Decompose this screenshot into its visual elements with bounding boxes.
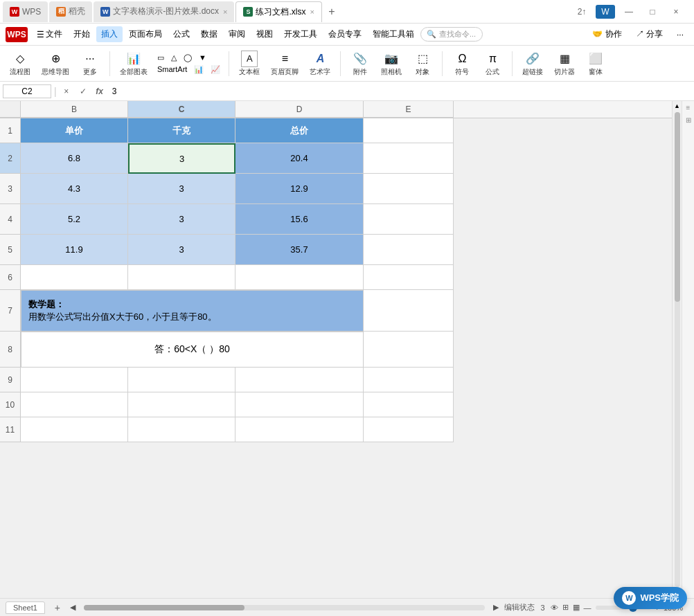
- symbol-tool[interactable]: Ω 符号: [448, 48, 476, 79]
- menu-smart[interactable]: 智能工具箱: [368, 26, 419, 42]
- cell-d2[interactable]: 20.4: [235, 143, 364, 174]
- window-w-btn[interactable]: W: [596, 5, 615, 19]
- view-table-icon[interactable]: ▦: [573, 603, 580, 612]
- cell-b5[interactable]: 11.9: [21, 235, 128, 265]
- cell-e4[interactable]: [364, 204, 454, 235]
- view-normal-icon[interactable]: 👁: [551, 604, 558, 612]
- shape-more[interactable]: ▼: [196, 53, 209, 62]
- flowchart-tool[interactable]: ◇ 流程图: [6, 48, 35, 79]
- cell-c2-selected[interactable]: 3: [128, 143, 235, 174]
- menu-developer[interactable]: 开发工具: [279, 26, 322, 42]
- menu-layout[interactable]: 页面布局: [124, 26, 167, 42]
- cell-b1[interactable]: 单价: [21, 118, 128, 143]
- cell-e10[interactable]: [364, 392, 454, 417]
- col-header-c[interactable]: C: [128, 101, 235, 118]
- object-tool[interactable]: ⬚ 对象: [409, 48, 436, 79]
- menu-insert[interactable]: 插入: [96, 26, 123, 42]
- cell-e5[interactable]: [364, 235, 454, 265]
- line-chart-btn[interactable]: 📈: [208, 64, 223, 75]
- cell-e2[interactable]: [364, 143, 454, 174]
- view-grid-icon[interactable]: ⊞: [562, 603, 569, 612]
- cell-e3[interactable]: [364, 174, 454, 204]
- cancel-formula-icon[interactable]: ×: [60, 87, 73, 96]
- cell-b4[interactable]: 5.2: [21, 204, 128, 235]
- cell-b6[interactable]: [21, 265, 128, 290]
- scroll-up[interactable]: ▲: [673, 101, 682, 111]
- cell-c1[interactable]: 千克: [128, 118, 235, 143]
- cell-c6[interactable]: [128, 265, 235, 290]
- col-header-b[interactable]: B: [21, 101, 128, 118]
- shape-circle[interactable]: ◯: [181, 53, 195, 63]
- cell-b9[interactable]: [21, 368, 128, 392]
- formula-tool[interactable]: π 公式: [479, 48, 506, 79]
- sheet-tab-1[interactable]: Sheet1: [6, 601, 45, 614]
- menu-cooperate[interactable]: 🤝 协作: [587, 26, 626, 42]
- menu-data[interactable]: 数据: [196, 26, 222, 42]
- confirm-formula-icon[interactable]: ✓: [76, 87, 90, 96]
- row-header-2[interactable]: 2: [0, 143, 21, 174]
- scroll-right-btn[interactable]: ▶: [493, 603, 499, 612]
- cell-c3[interactable]: 3: [128, 174, 235, 204]
- cell-d11[interactable]: [235, 417, 364, 442]
- bar-chart-btn[interactable]: 📊: [191, 64, 206, 75]
- cell-d3[interactable]: 12.9: [235, 174, 364, 204]
- math-problem-cell[interactable]: 数学题： 用数学公式写出分值X大于60，小于且等于80。: [21, 290, 364, 332]
- add-sheet-button[interactable]: +: [51, 601, 64, 615]
- cell-d5[interactable]: 35.7: [235, 235, 364, 265]
- new-tab-button[interactable]: +: [323, 3, 340, 20]
- sidebar-btn-1[interactable]: ≡: [684, 104, 693, 114]
- formula-input[interactable]: [109, 85, 691, 98]
- row-header-8[interactable]: 8: [0, 332, 21, 368]
- cell-e8[interactable]: [364, 332, 454, 368]
- cell-reference[interactable]: [3, 84, 51, 98]
- menu-start[interactable]: 开始: [69, 26, 95, 42]
- cell-c5[interactable]: 3: [128, 235, 235, 265]
- vertical-scrollbar[interactable]: ▲ ▼: [672, 101, 682, 598]
- row-header-3[interactable]: 3: [0, 174, 21, 204]
- more-tool[interactable]: ··· 更多: [76, 48, 104, 79]
- scroll-left-btn[interactable]: ◀: [70, 603, 75, 612]
- menu-view[interactable]: 视图: [251, 26, 278, 42]
- smartart-btn[interactable]: SmartArt: [154, 64, 190, 74]
- cell-c11[interactable]: [128, 417, 235, 442]
- cell-e9[interactable]: [364, 368, 454, 392]
- col-header-d[interactable]: D: [235, 101, 364, 118]
- tab-daoke[interactable]: 稻 稻壳: [49, 1, 92, 22]
- cell-d9[interactable]: [235, 368, 364, 392]
- tab-word-close[interactable]: ×: [223, 8, 227, 16]
- camera-tool[interactable]: 📷 照相机: [377, 48, 406, 79]
- wordart-tool[interactable]: A 艺术字: [305, 48, 335, 79]
- header-footer-tool[interactable]: ≡ 页眉页脚: [267, 48, 303, 79]
- shape-tri[interactable]: △: [168, 53, 179, 63]
- menu-member[interactable]: 会员专享: [323, 26, 366, 42]
- file-menu[interactable]: ☰ 文件: [32, 26, 67, 42]
- menu-review[interactable]: 审阅: [224, 26, 250, 42]
- shape-rect[interactable]: ▭: [154, 53, 167, 63]
- cell-d10[interactable]: [235, 392, 364, 417]
- cell-b3[interactable]: 4.3: [21, 174, 128, 204]
- row-header-6[interactable]: 6: [0, 265, 21, 290]
- hyperlink-tool[interactable]: 🔗 超链接: [518, 48, 547, 79]
- search-box[interactable]: 🔍 查找命令...: [420, 27, 483, 42]
- zoom-minus-btn[interactable]: —: [584, 604, 591, 612]
- cell-e11[interactable]: [364, 417, 454, 442]
- row-header-10[interactable]: 10: [0, 392, 21, 417]
- menu-share[interactable]: ↗ 分享: [631, 26, 668, 42]
- window-minimize[interactable]: —: [619, 5, 639, 19]
- cell-e1[interactable]: [364, 118, 454, 143]
- menu-formula[interactable]: 公式: [168, 26, 195, 42]
- tab-excel-close[interactable]: ×: [310, 8, 314, 16]
- cell-d1[interactable]: 总价: [235, 118, 364, 143]
- charts-tool[interactable]: 📊 全部图表: [116, 48, 152, 79]
- row-header-7[interactable]: 7: [0, 290, 21, 332]
- scroll-track[interactable]: [675, 112, 680, 587]
- cell-c4[interactable]: 3: [128, 204, 235, 235]
- tab-word[interactable]: W 文字表格演示-图片效果.docx ×: [94, 1, 234, 22]
- sidebar-btn-2[interactable]: ⊞: [684, 116, 693, 126]
- textbox-tool[interactable]: A 文本框: [235, 48, 264, 79]
- cell-b11[interactable]: [21, 417, 128, 442]
- row-header-1[interactable]: 1: [0, 118, 21, 143]
- row-header-11[interactable]: 11: [0, 417, 21, 442]
- cell-d6[interactable]: [235, 265, 364, 290]
- menu-more-options[interactable]: ···: [672, 28, 688, 42]
